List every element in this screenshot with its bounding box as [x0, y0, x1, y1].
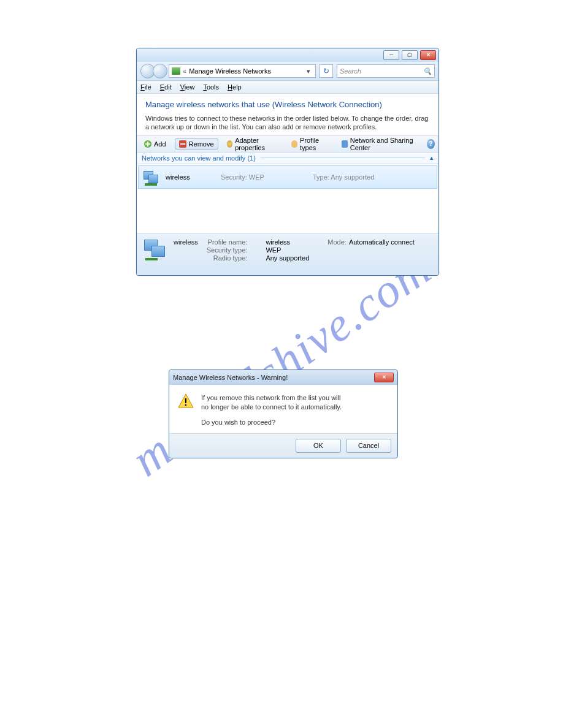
content-header: Manage wireless networks that use (Wirel…	[137, 94, 439, 135]
page-title: Manage wireless networks that use (Wirel…	[145, 100, 430, 109]
add-button[interactable]: Add	[140, 139, 170, 149]
nav-toolbar: « Manage Wireless Networks ▾ ↻ Search 🔍	[137, 62, 439, 81]
signal-icon	[172, 67, 180, 75]
remove-icon	[179, 140, 186, 148]
page-description: Windows tries to connect to these networ…	[145, 114, 430, 132]
refresh-button[interactable]: ↻	[320, 64, 333, 78]
breadcrumb-label: Manage Wireless Networks	[189, 67, 271, 75]
minimize-button[interactable]: ─	[383, 50, 399, 60]
warning-dialog: Manage Wireless Networks - Warning! ✕ ! …	[169, 370, 398, 458]
profile-types-button[interactable]: Profile types	[288, 135, 333, 153]
adapter-icon	[227, 140, 233, 148]
breadcrumb[interactable]: « Manage Wireless Networks ▾	[169, 64, 316, 78]
mode-value: Automatically connect	[349, 238, 415, 246]
search-input[interactable]: Search 🔍	[337, 64, 435, 78]
close-button[interactable]: ✕	[420, 50, 436, 60]
dialog-titlebar: Manage Wireless Networks - Warning! ✕	[169, 370, 397, 385]
profile-icon	[291, 140, 297, 148]
menu-edit[interactable]: Edit	[160, 83, 172, 91]
add-icon	[144, 140, 151, 148]
security-type-value: WEP	[266, 246, 309, 254]
group-header[interactable]: Networks you can view and modify (1) ▴	[137, 153, 439, 164]
network-type: Type: Any supported	[313, 173, 374, 181]
menu-file[interactable]: File	[140, 83, 151, 91]
help-button[interactable]: ?	[427, 139, 435, 149]
network-icon	[142, 170, 159, 184]
search-placeholder: Search	[340, 67, 361, 75]
security-type-label: Security type:	[207, 246, 248, 254]
warning-icon: !	[178, 393, 194, 408]
dialog-message: If you remove this network from the list…	[201, 393, 342, 427]
menu-help[interactable]: Help	[228, 83, 242, 91]
mode-label: Mode:	[327, 238, 347, 246]
cancel-button[interactable]: Cancel	[346, 439, 391, 453]
dialog-button-row: OK Cancel	[169, 434, 397, 458]
dialog-close-button[interactable]: ✕	[374, 373, 394, 382]
network-security: Security: WEP	[221, 173, 307, 181]
adapter-properties-button[interactable]: Adapter properties	[223, 135, 283, 153]
menu-view[interactable]: View	[180, 83, 195, 91]
network-name: wireless	[166, 173, 215, 181]
collapse-icon[interactable]: ▴	[430, 154, 434, 162]
details-title: wireless	[174, 238, 203, 262]
profile-name-value: wireless	[266, 238, 309, 246]
network-list-item[interactable]: wireless Security: WEP Type: Any support…	[138, 165, 437, 189]
ok-button[interactable]: OK	[296, 439, 341, 453]
maximize-button[interactable]: ▢	[402, 50, 418, 60]
details-network-icon	[143, 238, 167, 259]
details-pane: wireless Profile name: wireless Mode: Au…	[137, 233, 439, 276]
titlebar: ─ ▢ ✕	[137, 48, 439, 62]
radio-type-label: Radio type:	[207, 254, 248, 262]
radio-type-value: Any supported	[266, 254, 309, 262]
breadcrumb-dropdown-icon[interactable]: ▾	[304, 67, 313, 75]
forward-button[interactable]	[153, 64, 167, 78]
group-header-label: Networks you can view and modify (1)	[142, 154, 256, 162]
svg-text:!: !	[184, 397, 187, 408]
nsc-icon	[342, 140, 348, 148]
network-sharing-center-button[interactable]: Network and Sharing Center	[338, 135, 422, 153]
menu-tools[interactable]: Tools	[203, 83, 219, 91]
search-icon: 🔍	[423, 67, 432, 75]
breadcrumb-separator: «	[183, 67, 186, 75]
explorer-window: ─ ▢ ✕ « Manage Wireless Networks ▾ ↻ Sea…	[136, 48, 439, 276]
dialog-title: Manage Wireless Networks - Warning!	[173, 374, 288, 381]
remove-button[interactable]: Remove	[175, 138, 218, 150]
dialog-body: ! If you remove this network from the li…	[169, 385, 397, 434]
list-empty-area	[137, 190, 439, 233]
menubar: File Edit View Tools Help	[137, 81, 439, 94]
command-toolbar: Add Remove Adapter properties Profile ty…	[137, 135, 439, 153]
profile-name-label: Profile name:	[207, 238, 248, 246]
